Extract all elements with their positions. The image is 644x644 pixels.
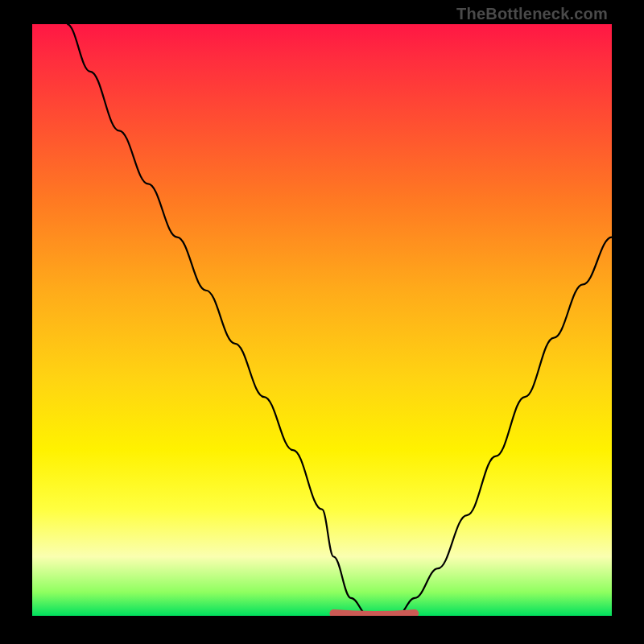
chart-frame: TheBottleneck.com [0,0,644,644]
chart-plot-area [32,24,612,616]
gradient-background [32,24,612,616]
watermark-text: TheBottleneck.com [456,5,608,23]
flat-segment-marker [333,613,415,615]
chart-svg [32,24,612,616]
